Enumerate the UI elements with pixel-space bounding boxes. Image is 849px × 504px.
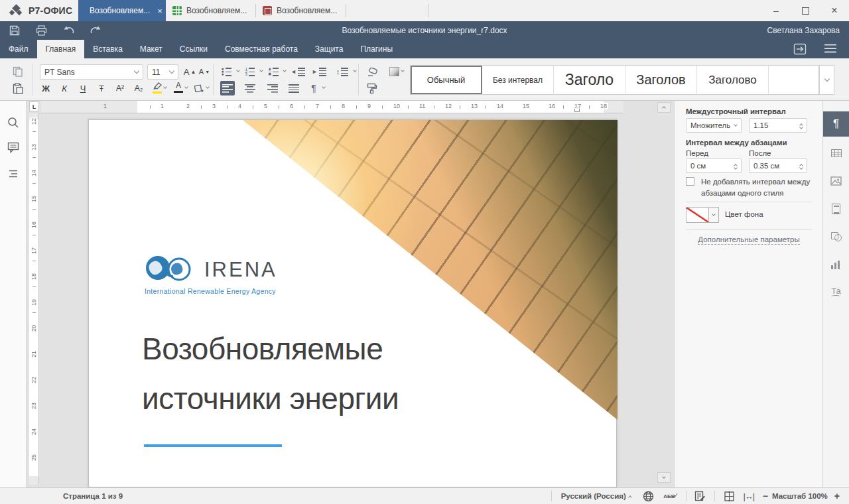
doc-tab-document[interactable]: Возобновляем... × xyxy=(78,0,166,21)
style-heading3[interactable]: Заголово xyxy=(697,66,769,94)
align-center-button[interactable] xyxy=(243,81,257,95)
shape-settings-icon[interactable] xyxy=(823,224,849,249)
line-spacing-arrow[interactable] xyxy=(353,68,357,72)
superscript-button[interactable]: A² xyxy=(113,81,127,95)
font-color-button[interactable]: A xyxy=(171,80,186,95)
spellcheck-icon[interactable]: АБВ ✓ xyxy=(658,493,681,499)
spin-down-icon[interactable] xyxy=(799,166,803,170)
doc-tab-spreadsheet[interactable]: Возобновляем... xyxy=(166,0,256,21)
header-footer-settings-icon[interactable] xyxy=(823,196,849,221)
spin-down-icon[interactable] xyxy=(799,125,803,129)
style-normal[interactable]: Обычный xyxy=(411,66,482,94)
minimize-button[interactable]: – xyxy=(761,0,791,21)
fit-width-icon[interactable]: |↔| xyxy=(739,491,759,501)
document-page[interactable]: IRENA International Renewable Energy Age… xyxy=(88,119,617,487)
tab-stop-selector[interactable]: L xyxy=(29,101,39,111)
numbering-button[interactable]: 123 xyxy=(243,64,257,79)
zoom-level[interactable]: Масштаб 100% xyxy=(772,492,828,500)
decrease-indent-button[interactable]: ◄ xyxy=(291,64,305,79)
tab-collaboration[interactable]: Совместная работа xyxy=(216,40,306,58)
advanced-settings-link[interactable]: Дополнительные параметры xyxy=(675,235,823,243)
comments-icon[interactable] xyxy=(7,142,19,154)
scroll-down-button[interactable] xyxy=(657,472,671,483)
page-indicator[interactable]: Страница 1 из 9 xyxy=(63,492,123,500)
doc-tab-presentation[interactable]: Возобновляем... xyxy=(256,0,346,21)
table-settings-icon[interactable] xyxy=(823,141,849,166)
vertical-ruler[interactable]: 1213141516171819202122232425 xyxy=(29,113,39,485)
copy-button[interactable] xyxy=(11,64,25,79)
paragraph-shading-arrow[interactable] xyxy=(401,68,405,72)
numbering-arrow[interactable] xyxy=(259,68,263,72)
shading-button[interactable] xyxy=(191,81,206,95)
line-spacing-spinner[interactable]: 1.15 xyxy=(749,118,807,133)
fit-page-icon[interactable] xyxy=(720,491,739,502)
tab-plugins[interactable]: Плагины xyxy=(352,40,401,58)
zoom-out-button[interactable]: − xyxy=(763,491,768,501)
increase-indent-button[interactable]: ► xyxy=(312,64,326,79)
track-changes-icon[interactable] xyxy=(692,491,709,501)
chart-settings-icon[interactable] xyxy=(823,252,849,277)
horizontal-ruler[interactable]: 1 123456789101112131415161718 xyxy=(41,101,623,113)
maximize-button[interactable] xyxy=(791,0,820,21)
style-no-spacing[interactable]: Без интервал xyxy=(482,66,554,94)
paragraph-shading-button[interactable] xyxy=(387,64,401,79)
same-style-checkbox[interactable] xyxy=(686,177,694,186)
text-art-settings-icon[interactable]: Та xyxy=(823,280,849,305)
image-settings-icon[interactable] xyxy=(823,168,849,194)
document-canvas[interactable]: L 1 123456789101112131415161718 12131415… xyxy=(27,101,674,487)
nonprinting-chars-button[interactable]: ¶ xyxy=(306,81,321,95)
tab-references[interactable]: Ссылки xyxy=(171,40,216,58)
multilevel-list-button[interactable]: ●○■ xyxy=(266,64,281,79)
styles-gallery-expand-button[interactable] xyxy=(819,65,834,95)
subscript-button[interactable]: A₂ xyxy=(131,81,146,95)
open-file-location-button[interactable] xyxy=(793,43,808,55)
bullets-button[interactable]: ●●● xyxy=(219,64,233,79)
scroll-up-button[interactable] xyxy=(657,102,671,113)
bold-button[interactable]: Ж xyxy=(38,81,53,95)
heading-accent-line xyxy=(144,444,282,447)
paste-button[interactable] xyxy=(11,81,25,95)
spin-down-icon[interactable] xyxy=(734,166,738,170)
align-right-button[interactable] xyxy=(265,81,280,95)
search-icon[interactable] xyxy=(7,117,19,129)
bullets-arrow[interactable] xyxy=(236,68,240,72)
strikeout-button[interactable]: Ŧ xyxy=(94,81,109,95)
font-size-combobox[interactable]: 11 xyxy=(147,64,178,80)
style-heading2[interactable]: Заголов xyxy=(625,66,697,94)
copy-style-button[interactable] xyxy=(365,81,379,95)
tab-layout[interactable]: Макет xyxy=(131,40,171,58)
tab-protection[interactable]: Защита xyxy=(306,40,352,58)
set-language-globe-icon[interactable] xyxy=(639,491,658,502)
tab-file[interactable]: Файл xyxy=(0,40,37,58)
spacing-before-spinner[interactable]: 0 см xyxy=(686,158,742,173)
tab-home[interactable]: Главная xyxy=(37,40,85,58)
line-spacing-mode-dropdown[interactable]: Множитель xyxy=(686,118,742,133)
spacing-after-spinner[interactable]: 0.35 см xyxy=(749,158,807,173)
align-left-button[interactable] xyxy=(220,81,235,95)
clear-style-button[interactable] xyxy=(365,64,379,79)
background-color-swatch[interactable] xyxy=(686,207,719,223)
underline-button[interactable]: Ч xyxy=(76,81,90,95)
background-color-arrow[interactable] xyxy=(709,207,719,223)
italic-button[interactable]: К xyxy=(57,81,72,95)
language-collapse-icon[interactable] xyxy=(628,495,632,499)
increase-font-size-button[interactable]: А▲ xyxy=(182,64,197,79)
highlight-color-button[interactable] xyxy=(150,80,164,95)
shading-arrow[interactable] xyxy=(206,85,210,89)
language-selector[interactable]: Русский (Россия) xyxy=(561,492,626,500)
multilevel-arrow[interactable] xyxy=(283,68,287,72)
tab-close-icon[interactable]: × xyxy=(157,6,163,16)
font-name-combobox[interactable]: PT Sans xyxy=(40,64,143,80)
paragraph-settings-icon[interactable]: ¶ xyxy=(823,111,849,137)
justify-button[interactable] xyxy=(287,81,301,95)
line-spacing-button[interactable]: ↕ xyxy=(335,64,350,79)
nonprinting-chars-arrow[interactable] xyxy=(322,85,326,89)
navigation-headings-icon[interactable] xyxy=(7,169,19,181)
collapse-toolbar-button[interactable] xyxy=(824,43,838,55)
style-heading1[interactable]: Заголо xyxy=(554,66,625,94)
tab-insert[interactable]: Вставка xyxy=(84,40,131,58)
doc-tab-label: Возобновляем... xyxy=(90,6,150,15)
close-button[interactable]: × xyxy=(820,0,849,21)
zoom-in-button[interactable]: + xyxy=(834,491,840,501)
decrease-font-size-button[interactable]: А▼ xyxy=(197,64,212,79)
